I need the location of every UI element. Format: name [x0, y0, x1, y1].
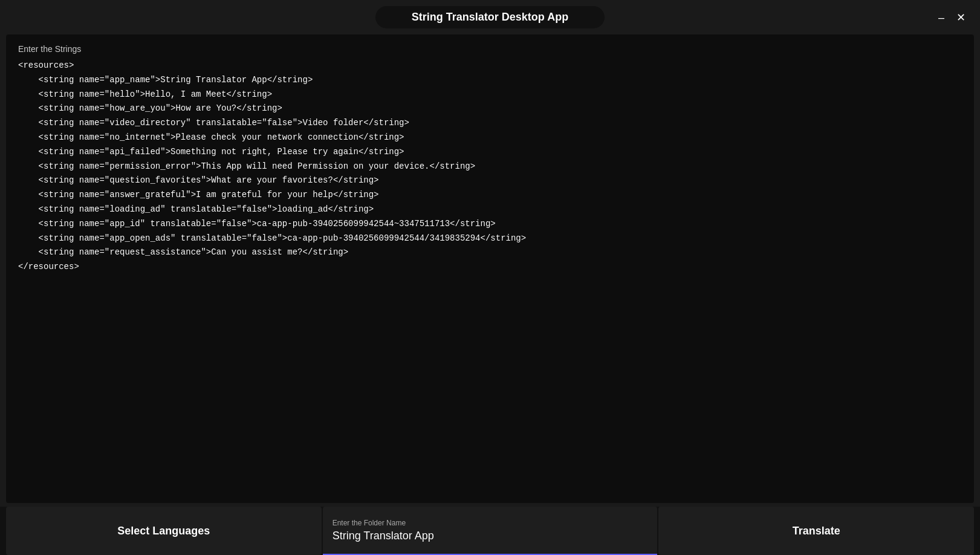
folder-input-label: Enter the Folder Name [333, 519, 648, 527]
title-bar: String Translator Desktop App – ✕ [0, 0, 980, 34]
bottom-bar: Select Languages Enter the Folder Name S… [0, 507, 980, 555]
translate-button[interactable]: Translate [658, 507, 974, 555]
title-bar-controls: – ✕ [936, 10, 968, 25]
translate-label: Translate [793, 525, 840, 537]
folder-input-value: String Translator App [333, 530, 648, 542]
main-content: Enter the Strings <resources> <string na… [6, 34, 974, 503]
folder-input-container[interactable]: Enter the Folder Name String Translator … [323, 507, 658, 555]
select-languages-label: Select Languages [117, 525, 210, 537]
title-bar-center: String Translator Desktop App [375, 6, 605, 28]
close-icon: ✕ [956, 11, 965, 24]
select-languages-button[interactable]: Select Languages [6, 507, 322, 555]
close-button[interactable]: ✕ [954, 10, 968, 25]
strings-label: Enter the Strings [18, 44, 962, 54]
code-content[interactable]: <resources> <string name="app_name">Stri… [18, 59, 962, 274]
minimize-button[interactable]: – [936, 10, 947, 25]
minimize-icon: – [938, 11, 944, 24]
app-title: String Translator Desktop App [412, 11, 568, 23]
